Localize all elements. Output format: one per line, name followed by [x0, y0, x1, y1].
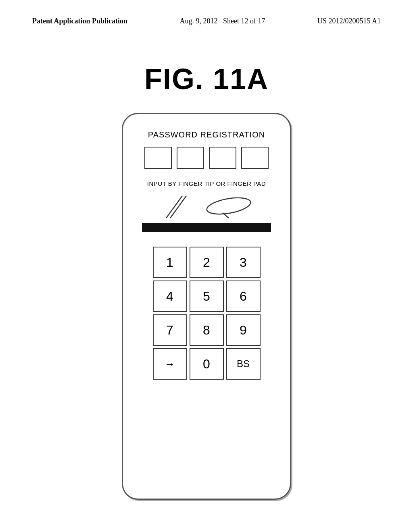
header-sheet: Sheet 12 of 17 [223, 17, 265, 25]
keypad-row-3: 7 8 9 [153, 314, 261, 346]
header-center: Aug. 9, 2012 Sheet 12 of 17 [180, 16, 265, 26]
svg-point-2 [206, 195, 252, 217]
header-right-patent: US 2012/0200515 A1 [317, 16, 381, 26]
key-3[interactable]: 3 [226, 247, 261, 278]
input-instruction: INPUT BY FINGER TIP OR FINGER PAD [147, 180, 266, 187]
keypad-row-2: 4 5 6 [153, 281, 261, 312]
figure-title: FIG. 11A [0, 62, 413, 96]
key-7[interactable]: 7 [153, 314, 187, 346]
key-9[interactable]: 9 [226, 314, 261, 346]
header: Patent Application Publication Aug. 9, 2… [0, 16, 413, 26]
finger-sensor-bar [142, 223, 271, 232]
keypad-row-1: 1 2 3 [153, 247, 261, 278]
header-date: Aug. 9, 2012 [180, 17, 218, 25]
header-left-label: Patent Application Publication [32, 16, 127, 26]
svg-line-0 [166, 196, 182, 218]
key-6[interactable]: 6 [226, 281, 261, 312]
device-frame: PASSWORD REGISTRATION INPUT BY FINGER TI… [122, 113, 291, 500]
key-bs[interactable]: BS [226, 348, 261, 380]
finger-illustration [142, 192, 271, 222]
key-8[interactable]: 8 [190, 314, 224, 346]
pw-box-1[interactable] [144, 147, 172, 169]
page: Patent Application Publication Aug. 9, 2… [0, 0, 413, 532]
finger-drawing-area [135, 192, 278, 236]
keypad: 1 2 3 4 5 6 7 8 9 → 0 BS [153, 247, 261, 380]
svg-line-1 [170, 196, 186, 218]
key-1[interactable]: 1 [153, 247, 187, 278]
pw-box-3[interactable] [209, 147, 236, 169]
key-5[interactable]: 5 [190, 281, 224, 312]
pw-box-4[interactable] [241, 147, 269, 169]
pw-boxes-row [144, 147, 269, 169]
pw-box-2[interactable] [177, 147, 204, 169]
key-4[interactable]: 4 [153, 281, 187, 312]
keypad-row-4: → 0 BS [153, 348, 261, 380]
key-2[interactable]: 2 [190, 247, 224, 278]
key-0[interactable]: 0 [190, 348, 224, 380]
key-arrow[interactable]: → [153, 348, 187, 380]
pw-registration-title: PASSWORD REGISTRATION [148, 130, 265, 139]
